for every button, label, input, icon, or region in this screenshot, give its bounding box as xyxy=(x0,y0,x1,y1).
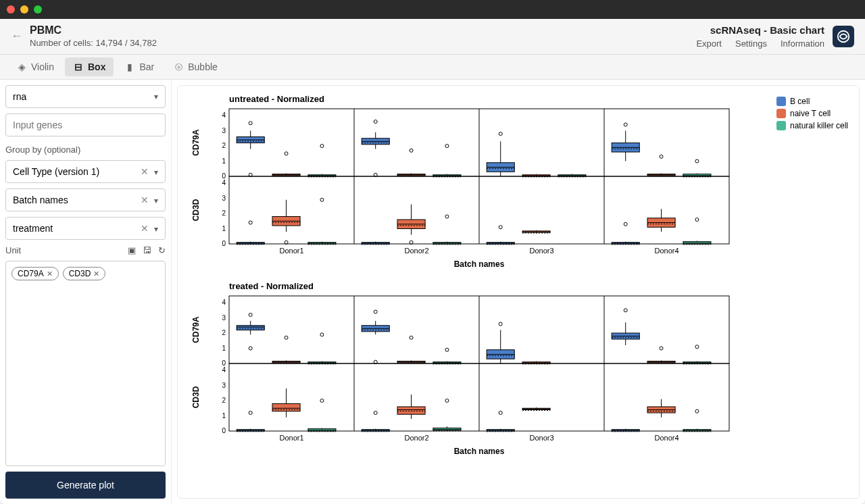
svg-point-198 xyxy=(660,347,663,350)
tab-bar[interactable]: ▮Bar xyxy=(116,57,162,76)
svg-text:2: 2 xyxy=(222,397,226,404)
svg-text:4: 4 xyxy=(222,366,226,374)
svg-point-168 xyxy=(374,310,377,313)
svg-point-15 xyxy=(249,122,252,125)
svg-text:3: 3 xyxy=(222,314,226,322)
svg-point-232 xyxy=(374,411,377,415)
svg-point-193 xyxy=(624,309,627,312)
svg-rect-224 xyxy=(308,429,336,431)
svg-point-132 xyxy=(695,218,699,222)
violin-icon: ◈ xyxy=(16,61,27,72)
svg-text:2: 2 xyxy=(222,209,226,217)
svg-rect-220 xyxy=(272,404,300,411)
svg-text:Donor1: Donor1 xyxy=(279,434,303,442)
unit-label: Unit xyxy=(5,245,21,255)
svg-point-60 xyxy=(624,123,627,126)
svg-text:Batch names: Batch names xyxy=(454,447,505,455)
gene-chips-area[interactable]: CD79A✕ CD3D✕ xyxy=(5,261,166,466)
svg-text:1: 1 xyxy=(222,225,226,232)
information-link[interactable]: Information xyxy=(781,39,824,49)
reset-icon[interactable]: ↻ xyxy=(158,245,166,255)
clear-icon[interactable]: ✕ xyxy=(141,166,149,177)
svg-text:CD79A: CD79A xyxy=(191,129,201,156)
minimize-window-icon[interactable] xyxy=(20,5,28,14)
svg-text:CD79A: CD79A xyxy=(191,316,201,343)
chevron-down-icon: ▾ xyxy=(154,92,158,101)
svg-text:3: 3 xyxy=(222,382,226,389)
svg-point-114 xyxy=(499,226,502,229)
legend: B cell naive T cell natural killer cell xyxy=(776,97,848,133)
svg-point-95 xyxy=(320,198,324,201)
group-select-treatment[interactable]: treatment✕▾ xyxy=(5,217,166,240)
remove-chip-icon[interactable]: ✕ xyxy=(47,270,53,278)
svg-text:CD3D: CD3D xyxy=(191,199,201,221)
svg-text:1: 1 xyxy=(222,157,226,165)
svg-point-158 xyxy=(285,336,288,339)
back-arrow-icon[interactable]: ← xyxy=(11,29,23,43)
legend-swatch-icon xyxy=(776,97,786,106)
window-titlebar xyxy=(0,0,865,19)
gene-input-field[interactable] xyxy=(13,120,158,130)
maximize-window-icon[interactable] xyxy=(34,5,42,14)
gene-chip[interactable]: CD79A✕ xyxy=(11,267,59,280)
svg-text:0: 0 xyxy=(222,427,226,434)
svg-point-179 xyxy=(445,348,449,351)
svg-point-47 xyxy=(499,132,502,136)
svg-text:3: 3 xyxy=(222,127,226,134)
clear-icon[interactable]: ✕ xyxy=(141,223,149,234)
tab-box[interactable]: ⊟Box xyxy=(65,57,114,76)
chart-type-tabs: ◈Violin ⊟Box ▮Bar ⦾Bubble xyxy=(0,55,865,80)
svg-text:0: 0 xyxy=(222,240,226,247)
svg-point-31 xyxy=(374,120,377,124)
svg-text:Donor4: Donor4 xyxy=(654,434,678,442)
tab-violin[interactable]: ◈Violin xyxy=(8,57,62,76)
close-window-icon[interactable] xyxy=(7,5,15,14)
chart-area: B cell naive T cell natural killer cell … xyxy=(177,85,860,499)
svg-point-21 xyxy=(285,152,288,155)
save-icon[interactable]: 🖫 xyxy=(143,245,151,255)
svg-rect-149 xyxy=(237,326,264,330)
module-title: scRNAseq - Basic chart xyxy=(696,24,824,36)
svg-point-218 xyxy=(249,411,252,415)
group-select-celltype[interactable]: Cell Type (version 1)✕▾ xyxy=(5,160,166,183)
sidebar: rna▾ Group by (optional) Cell Type (vers… xyxy=(0,80,172,504)
chevron-down-icon: ▾ xyxy=(154,196,158,205)
svg-text:Donor2: Donor2 xyxy=(404,434,428,442)
page-title: PBMC xyxy=(30,24,157,36)
svg-text:2: 2 xyxy=(222,142,226,149)
svg-rect-129 xyxy=(683,242,711,244)
chevron-down-icon: ▾ xyxy=(154,168,158,177)
export-link[interactable]: Export xyxy=(696,39,722,49)
settings-link[interactable]: Settings xyxy=(735,39,767,49)
remove-chip-icon[interactable]: ✕ xyxy=(93,270,99,278)
gene-input[interactable] xyxy=(5,114,166,136)
app-logo-icon xyxy=(833,26,854,47)
generate-plot-button[interactable]: Generate plot xyxy=(5,472,166,499)
svg-rect-67 xyxy=(683,174,711,176)
tab-bubble[interactable]: ⦾Bubble xyxy=(165,57,226,76)
svg-text:1: 1 xyxy=(222,345,226,352)
svg-point-184 xyxy=(499,322,502,326)
svg-point-174 xyxy=(410,336,413,339)
cell-count-subtitle: Number of cells: 14,794 / 34,782 xyxy=(30,38,157,48)
app-header: ← PBMC Number of cells: 14,794 / 34,782 … xyxy=(0,19,865,55)
svg-rect-238 xyxy=(433,428,461,430)
chevron-down-icon: ▾ xyxy=(154,224,158,234)
svg-text:Donor4: Donor4 xyxy=(654,247,678,255)
group-by-label: Group by (optional) xyxy=(5,145,166,155)
data-source-select[interactable]: rna▾ xyxy=(5,85,166,108)
svg-point-203 xyxy=(695,345,699,349)
group-select-batch[interactable]: Batch names✕▾ xyxy=(5,188,166,211)
svg-text:Donor3: Donor3 xyxy=(529,247,553,255)
bubble-icon: ⦾ xyxy=(173,61,184,72)
svg-point-163 xyxy=(320,333,324,336)
svg-point-70 xyxy=(695,159,699,163)
clear-icon[interactable]: ✕ xyxy=(141,195,149,205)
bar-icon: ▮ xyxy=(124,61,135,72)
svg-point-37 xyxy=(410,149,413,152)
svg-point-153 xyxy=(249,347,252,350)
gene-chip[interactable]: CD3D✕ xyxy=(63,267,106,280)
svg-text:Donor1: Donor1 xyxy=(279,247,303,255)
svg-point-65 xyxy=(660,155,663,158)
folder-icon[interactable]: ▣ xyxy=(128,245,136,255)
